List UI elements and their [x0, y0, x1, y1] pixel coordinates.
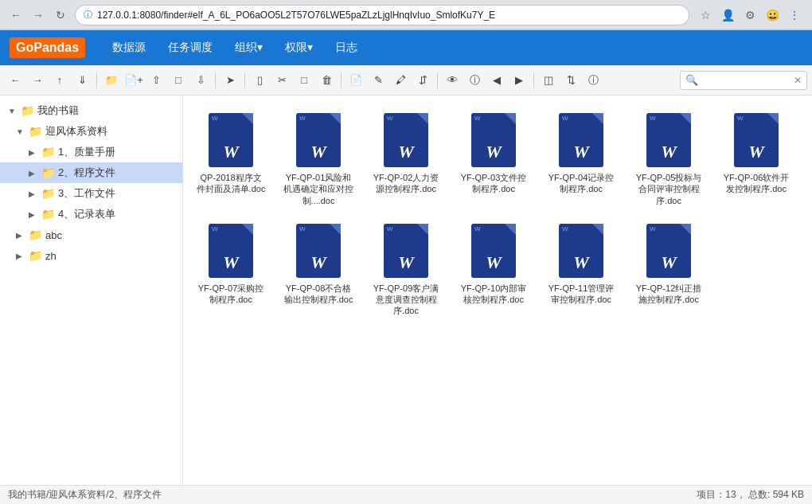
- sidebar-item-cxwj[interactable]: ▶ 📁 2、程序文件: [0, 162, 182, 183]
- file-item[interactable]: W W YF-QP-08不合格输出控制程序.doc: [279, 219, 358, 322]
- word-letter: W: [748, 142, 764, 162]
- folder-icon-cxwj: 📁: [41, 166, 55, 179]
- view-btn[interactable]: 👁: [442, 70, 463, 91]
- expand-arrow-zh: ▶: [16, 252, 25, 260]
- nav-up-toolbar[interactable]: ↑: [49, 70, 70, 91]
- word-label: W: [562, 115, 568, 122]
- search-input[interactable]: [698, 75, 791, 86]
- sidebar-item-jlb[interactable]: ▶ 📁 4、记录表单: [0, 204, 182, 225]
- folder-icon-zh: 📁: [29, 249, 42, 262]
- toolbar: ← → ↑ ⇓ 📁 📄+ ⇧ □ ⇩ ➤ ▯ ✂ □ 🗑 📄 ✎ 🖍 ⇵ 👁 ⓘ…: [0, 65, 812, 96]
- search-icon: 🔍: [685, 74, 698, 86]
- menu-button[interactable]: ⋮: [785, 6, 804, 25]
- status-count-size: 项目：13， 总数: 594 KB: [697, 488, 804, 502]
- prev-btn[interactable]: ◀: [486, 70, 507, 91]
- file-name: YF-QP-01风险和机遇确定和应对控制....doc: [283, 172, 353, 206]
- file-item[interactable]: W W YF-QP-07采购控制程序.doc: [191, 219, 271, 322]
- new-file-btn[interactable]: 📄+: [123, 70, 144, 91]
- file-item[interactable]: W W YF-QP-06软件开发控制程序.doc: [716, 108, 796, 211]
- extensions-button[interactable]: ⚙: [740, 6, 759, 25]
- copy-btn[interactable]: ▯: [249, 70, 270, 91]
- help-btn[interactable]: ⓘ: [583, 70, 603, 91]
- move-btn[interactable]: ⇵: [412, 70, 433, 91]
- bookmark-button[interactable]: ☆: [696, 6, 715, 25]
- next-btn[interactable]: ▶: [509, 70, 529, 91]
- sidebar-item-abc[interactable]: ▶ 📁 abc: [0, 225, 182, 245]
- expand-arrow-jlb: ▶: [29, 210, 38, 219]
- nav-permission[interactable]: 权限▾: [274, 30, 324, 65]
- word-label: W: [650, 115, 656, 122]
- word-letter: W: [573, 142, 589, 162]
- app-nav: GoPandas 数据源 任务调度 组织▾ 权限▾ 日志: [0, 30, 812, 65]
- word-label: W: [474, 115, 481, 122]
- info-btn[interactable]: ⓘ: [464, 70, 485, 91]
- file-item[interactable]: W W QP-2018程序文件封面及清单.doc: [191, 108, 271, 211]
- word-icon: W W: [646, 113, 691, 167]
- reload-button[interactable]: ↻: [53, 7, 68, 23]
- sort-btn[interactable]: ⇅: [560, 70, 581, 91]
- word-letter: W: [486, 142, 502, 162]
- sidebar: ▼ 📁 我的书籍 ▼ 📁 迎风体系资料 ▶ 📁 1、质量手册 ▶ 📁 2、程序文…: [0, 96, 183, 485]
- upload-btn[interactable]: ⇧: [146, 70, 166, 91]
- address-bar[interactable]: ⓘ 127.0.0.1:8080/finder#elf_A_6L_PO6aOO5…: [75, 5, 689, 25]
- word-letter: W: [573, 252, 589, 273]
- file-name: QP-2018程序文件封面及清单.doc: [196, 172, 266, 195]
- file-name: YF-QP-06软件开发控制程序.doc: [721, 172, 791, 195]
- paste-btn[interactable]: □: [294, 70, 314, 91]
- browse-btn[interactable]: □: [168, 70, 189, 91]
- emoji-button[interactable]: 😀: [763, 6, 782, 25]
- grid-view-btn[interactable]: ◫: [538, 70, 559, 91]
- folder-icon-yfts: 📁: [29, 125, 42, 138]
- back-button[interactable]: ←: [8, 7, 24, 23]
- file-item[interactable]: W W YF-QP-01风险和机遇确定和应对控制....doc: [279, 108, 358, 211]
- app-logo[interactable]: GoPandas: [10, 37, 85, 58]
- file-item[interactable]: W W YF-QP-05投标与合同评审控制程序.doc: [629, 108, 709, 211]
- delete-btn[interactable]: 🗑: [316, 70, 337, 91]
- file-item[interactable]: W W YF-QP-02人力资源控制程序.doc: [366, 108, 446, 211]
- sidebar-item-root[interactable]: ▼ 📁 我的书籍: [0, 100, 182, 121]
- file-item[interactable]: W W YF-QP-10内部审核控制程序.doc: [454, 219, 533, 322]
- file-item[interactable]: W W YF-QP-12纠正措施控制程序.doc: [629, 219, 709, 322]
- word-letter: W: [398, 142, 414, 162]
- forward-button[interactable]: →: [30, 7, 46, 23]
- download-toolbar[interactable]: ⇓: [72, 70, 92, 91]
- file-item[interactable]: W W YF-QP-03文件控制程序.doc: [454, 108, 533, 211]
- status-path: 我的书籍/迎风体系资料/2、程序文件: [8, 488, 162, 502]
- sidebar-item-yfts[interactable]: ▼ 📁 迎风体系资料: [0, 121, 182, 142]
- nav-back-toolbar[interactable]: ←: [5, 70, 25, 91]
- nav-org[interactable]: 组织▾: [224, 30, 274, 65]
- rename-btn[interactable]: 🖍: [390, 70, 411, 91]
- sidebar-item-gzwj[interactable]: ▶ 📁 3、工作文件: [0, 183, 182, 204]
- file-name: YF-QP-04记录控制程序.doc: [546, 172, 616, 195]
- word-label: W: [299, 115, 306, 122]
- word-icon: W W: [296, 113, 341, 167]
- cursor-btn[interactable]: ➤: [220, 70, 240, 91]
- file-name: YF-QP-07采购控制程序.doc: [196, 283, 266, 306]
- sidebar-item-zh[interactable]: ▶ 📁 zh: [0, 245, 182, 266]
- sidebar-label-root: 我的书籍: [37, 104, 79, 118]
- cut-btn[interactable]: ✂: [271, 70, 292, 91]
- file-name: YF-QP-11管理评审控制程序.doc: [546, 283, 616, 306]
- new-folder-btn[interactable]: 📁: [101, 70, 122, 91]
- search-box[interactable]: 🔍 ✕: [680, 71, 807, 90]
- file-name: YF-QP-03文件控制程序.doc: [459, 172, 529, 195]
- search-close-btn[interactable]: ✕: [794, 75, 802, 86]
- word-icon: W W: [471, 224, 516, 278]
- file-item[interactable]: W W YF-QP-11管理评审控制程序.doc: [541, 219, 621, 322]
- file-item[interactable]: W W YF-QP-04记录控制程序.doc: [541, 108, 621, 211]
- edit2-btn[interactable]: ✎: [368, 70, 388, 91]
- download2-btn[interactable]: ⇩: [190, 70, 211, 91]
- nav-datasource[interactable]: 数据源: [101, 30, 157, 65]
- nav-task-schedule[interactable]: 任务调度: [157, 30, 224, 65]
- item-count: 项目：13，: [697, 489, 745, 500]
- nav-forward-toolbar[interactable]: →: [27, 70, 48, 91]
- nav-log[interactable]: 日志: [324, 30, 369, 65]
- new-doc-btn[interactable]: 📄: [345, 70, 366, 91]
- sidebar-label-jlb: 4、记录表单: [58, 207, 115, 221]
- file-item[interactable]: W W YF-QP-09客户满意度调查控制程序.doc: [366, 219, 446, 322]
- word-label: W: [387, 115, 393, 122]
- sidebar-item-zlsh[interactable]: ▶ 📁 1、质量手册: [0, 142, 182, 162]
- word-label: W: [474, 225, 481, 232]
- profile-button[interactable]: 👤: [718, 6, 737, 25]
- file-name: YF-QP-05投标与合同评审控制程序.doc: [634, 172, 704, 206]
